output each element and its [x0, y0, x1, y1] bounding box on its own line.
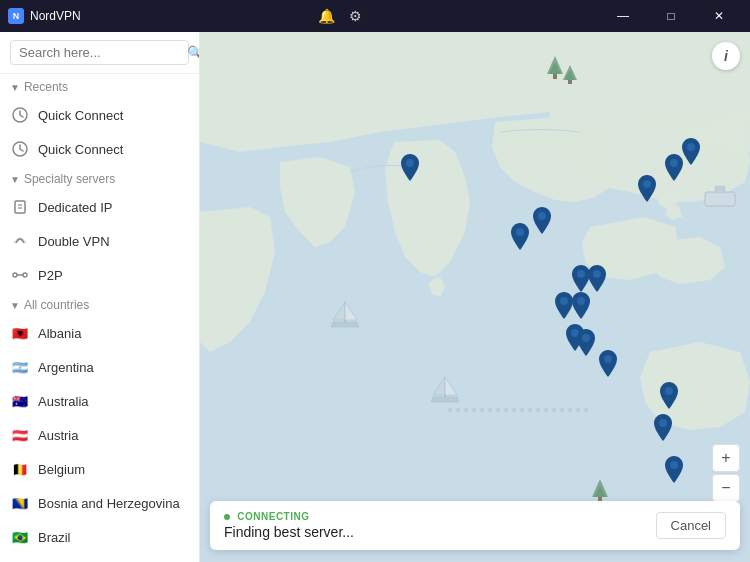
svg-point-41	[516, 228, 524, 236]
svg-point-44	[670, 159, 678, 167]
country-name-5: Bosnia and Herzegovina	[38, 496, 180, 511]
zoom-in-button[interactable]: +	[712, 444, 740, 472]
p2p-item[interactable]: P2P	[0, 258, 199, 292]
country-item-2[interactable]: 🇦🇺 Australia	[0, 384, 199, 418]
search-input-wrap[interactable]: 🔍	[10, 40, 189, 65]
specialty-chevron: ▼	[10, 174, 20, 185]
titlebar: N NordVPN 🔔 ⚙ — □ ✕	[0, 0, 750, 32]
country-flag-3: 🇦🇹	[10, 425, 30, 445]
country-item-4[interactable]: 🇧🇪 Belgium	[0, 452, 199, 486]
svg-point-30	[512, 408, 516, 412]
svg-point-33	[536, 408, 540, 412]
map-pin-15[interactable]	[662, 456, 686, 484]
dedicated-ip-icon	[10, 197, 30, 217]
svg-point-35	[552, 408, 556, 412]
info-button[interactable]: i	[712, 42, 740, 70]
country-item-7[interactable]: 🇧🇬 Bulgaria	[0, 554, 199, 562]
double-vpn-item[interactable]: Double VPN	[0, 224, 199, 258]
map-pin-7[interactable]	[585, 265, 609, 293]
svg-point-31	[520, 408, 524, 412]
zoom-out-button[interactable]: −	[712, 474, 740, 502]
svg-rect-12	[715, 186, 725, 193]
map-pin-14[interactable]	[657, 382, 681, 410]
country-name-6: Brazil	[38, 530, 71, 545]
svg-point-24	[464, 408, 468, 412]
map-pin-0[interactable]	[398, 154, 422, 182]
search-icon: 🔍	[187, 45, 200, 60]
map-pin-1[interactable]	[508, 223, 532, 251]
map-area: i + − CONNECTING Finding best server... …	[200, 32, 750, 562]
country-item-3[interactable]: 🇦🇹 Austria	[0, 418, 199, 452]
p2p-icon	[10, 265, 30, 285]
dedicated-ip-item[interactable]: Dedicated IP	[0, 190, 199, 224]
country-name-0: Albania	[38, 326, 81, 341]
cancel-button[interactable]: Cancel	[656, 512, 726, 539]
country-item-6[interactable]: 🇧🇷 Brazil	[0, 520, 199, 554]
all-countries-chevron: ▼	[10, 300, 20, 311]
app-name: NordVPN	[30, 9, 81, 23]
country-list: 🇦🇱 Albania 🇦🇷 Argentina 🇦🇺 Australia 🇦🇹 …	[0, 316, 199, 562]
country-flag-4: 🇧🇪	[10, 459, 30, 479]
svg-point-37	[568, 408, 572, 412]
specialty-section-header[interactable]: ▼ Specialty servers	[0, 166, 199, 190]
all-countries-section-header[interactable]: ▼ All countries	[0, 292, 199, 316]
double-vpn-icon	[10, 231, 30, 251]
map-pin-13[interactable]	[651, 414, 675, 442]
map-pin-5[interactable]	[679, 138, 703, 166]
svg-rect-15	[553, 74, 557, 79]
search-box: 🔍	[0, 32, 199, 74]
country-flag-5: 🇧🇦	[10, 493, 30, 513]
country-item-0[interactable]: 🇦🇱 Albania	[0, 316, 199, 350]
map-pin-11[interactable]	[574, 329, 598, 357]
connecting-message: Finding best server...	[224, 524, 354, 540]
quick-connect-icon-1	[10, 105, 30, 125]
minimize-button[interactable]: —	[600, 0, 646, 32]
map-pin-2[interactable]	[530, 207, 554, 235]
svg-point-34	[544, 408, 548, 412]
svg-point-47	[593, 270, 601, 278]
connecting-dot	[224, 514, 230, 520]
double-vpn-label: Double VPN	[38, 234, 110, 249]
country-name-4: Belgium	[38, 462, 85, 477]
svg-point-49	[577, 297, 585, 305]
connecting-status-text: CONNECTING	[237, 511, 309, 522]
svg-point-32	[528, 408, 532, 412]
svg-rect-11	[705, 192, 735, 206]
country-flag-1: 🇦🇷	[10, 357, 30, 377]
svg-point-52	[604, 355, 612, 363]
svg-point-29	[504, 408, 508, 412]
svg-rect-2	[15, 201, 25, 213]
sidebar: 🔍 ▼ Recents Quick Connect	[0, 32, 200, 562]
svg-point-46	[577, 270, 585, 278]
search-input[interactable]	[19, 45, 187, 60]
recents-section-header[interactable]: ▼ Recents	[0, 74, 199, 98]
specialty-label: Specialty servers	[24, 172, 115, 186]
recents-label: Recents	[24, 80, 68, 94]
quick-connect-icon-2	[10, 139, 30, 159]
maximize-button[interactable]: □	[648, 0, 694, 32]
map-pin-12[interactable]	[596, 350, 620, 378]
svg-point-39	[584, 408, 588, 412]
main-layout: 🔍 ▼ Recents Quick Connect	[0, 32, 750, 562]
titlebar-controls: — □ ✕	[600, 0, 742, 32]
connecting-status: CONNECTING	[224, 511, 354, 522]
quick-connect-item-1[interactable]: Quick Connect	[0, 98, 199, 132]
map-pin-9[interactable]	[569, 292, 593, 320]
map-pin-3[interactable]	[635, 175, 659, 203]
svg-point-23	[456, 408, 460, 412]
country-item-1[interactable]: 🇦🇷 Argentina	[0, 350, 199, 384]
connecting-info: CONNECTING Finding best server...	[224, 511, 354, 540]
svg-point-48	[560, 297, 568, 305]
country-item-5[interactable]: 🇧🇦 Bosnia and Herzegovina	[0, 486, 199, 520]
svg-point-40	[406, 159, 414, 167]
svg-point-22	[448, 408, 452, 412]
close-button[interactable]: ✕	[696, 0, 742, 32]
svg-point-25	[472, 408, 476, 412]
svg-point-55	[670, 461, 678, 469]
bell-icon[interactable]: 🔔	[318, 8, 335, 24]
country-flag-2: 🇦🇺	[10, 391, 30, 411]
country-flag-0: 🇦🇱	[10, 323, 30, 343]
gear-icon[interactable]: ⚙	[349, 8, 362, 24]
svg-point-6	[23, 273, 27, 277]
quick-connect-item-2[interactable]: Quick Connect	[0, 132, 199, 166]
